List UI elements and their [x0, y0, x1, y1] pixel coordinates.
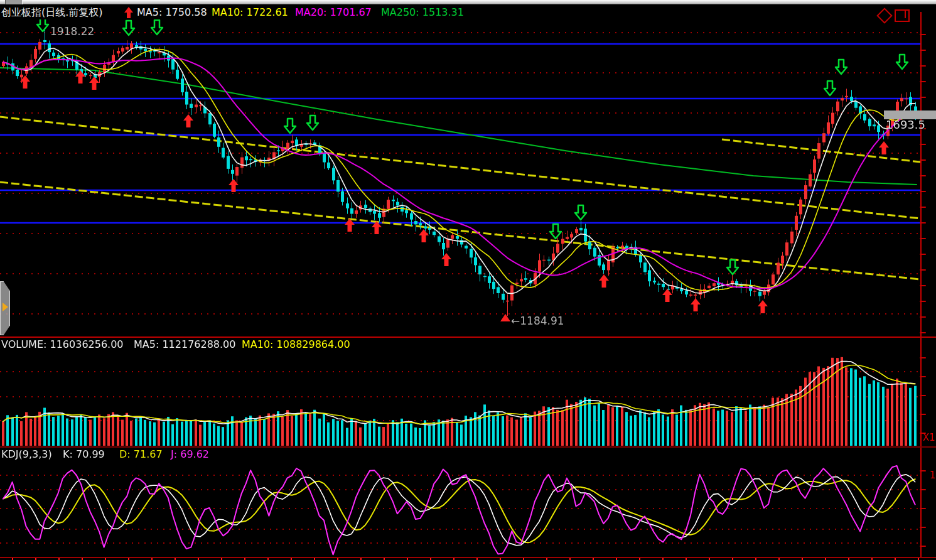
sidebar-expand-handle[interactable]: [0, 281, 10, 335]
low-price-label: ←1184.91: [511, 315, 564, 327]
pane-divider-volume-kdj[interactable]: [0, 446, 936, 448]
bottom-border: [0, 557, 936, 558]
high-price-label: 1918.22: [50, 25, 94, 38]
ma20-legend: MA20: 1701.67: [295, 6, 372, 18]
kdj-indicator-name: KDJ(9,3,3): [1, 448, 52, 460]
trading-app-window: 创业板指(日线.前复权) MA5: 1750.58 MA10: 1722.61 …: [0, 0, 936, 560]
kdj-header: KDJ(9,3,3) K: 70.99 D: 71.67 J: 69.62: [0, 448, 917, 462]
instrument-title: 创业板指(日线.前复权): [1, 6, 103, 19]
volume-value: VOLUME: 116036256.00: [1, 338, 124, 350]
ma5-legend: MA5: 1750.58: [137, 6, 207, 18]
expand-arrow-icon: [3, 303, 8, 311]
toolbar-bottom-strip: [0, 0, 936, 4]
kdj-d-value: D: 71.67: [119, 448, 163, 460]
up-arrow-icon: [124, 7, 134, 18]
price-chart-canvas[interactable]: [0, 19, 936, 337]
volume-header: VOLUME: 116036256.00 MA5: 112176288.00 M…: [0, 338, 917, 352]
kdj-chart-canvas[interactable]: [0, 448, 936, 560]
last-price-label: 1693.5: [886, 118, 925, 131]
ma250-legend: MA250: 1513.31: [381, 6, 464, 18]
kdj-scale-label: 1: [930, 470, 936, 481]
ma10-legend: MA10: 1722.61: [212, 6, 288, 18]
volume-scale-label: X1: [923, 432, 935, 443]
volume-ma5-value: MA5: 112176288.00: [134, 338, 235, 350]
pane-divider-main-volume[interactable]: [0, 337, 936, 338]
kdj-k-value: K: 70.99: [63, 448, 105, 460]
chart-title-bar: 创业板指(日线.前复权) MA5: 1750.58 MA10: 1722.61 …: [0, 4, 936, 19]
volume-chart-canvas[interactable]: [0, 338, 936, 446]
volume-ma10-value: MA10: 108829864.00: [242, 338, 350, 350]
kdj-j-value: J: 69.62: [171, 448, 209, 460]
toolbar-notch: [5, 0, 23, 4]
